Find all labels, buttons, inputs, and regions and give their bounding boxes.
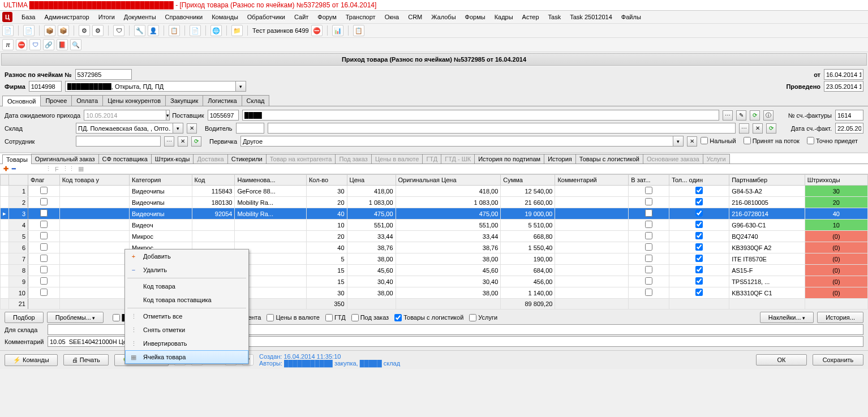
- menu-Task[interactable]: Task: [544, 12, 566, 22]
- toolbar-icon[interactable]: 🛡: [113, 25, 124, 36]
- problems-button[interactable]: Проблемы...: [47, 312, 104, 323]
- clear-icon[interactable]: ✕: [753, 123, 763, 134]
- info-icon[interactable]: ⓘ: [763, 110, 774, 121]
- toolbar-icon[interactable]: 📄: [23, 25, 35, 36]
- grid-tool-icon[interactable]: ⋮: [45, 165, 51, 173]
- menu-Команды[interactable]: Команды: [207, 12, 243, 22]
- bottom-checkbox[interactable]: Услуги: [469, 314, 497, 321]
- print-button[interactable]: 🖨 Печать: [63, 354, 109, 366]
- supplier-text-input[interactable]: [242, 110, 719, 121]
- menu-База[interactable]: База: [17, 12, 40, 22]
- table-row[interactable]: ▸3Видеочипы92054Mobility Ra...40475,0047…: [1, 208, 868, 220]
- clear-icon[interactable]: ✕: [687, 136, 697, 147]
- toolbar-icon[interactable]: 📁: [231, 25, 243, 36]
- menu-Жалобы[interactable]: Жалобы: [427, 12, 460, 22]
- tab-sub[interactable]: Товары с логистикой: [575, 154, 643, 164]
- table-row[interactable]: 5Микрос2033,4433,44668,80BQ24740(0): [1, 231, 868, 242]
- tab-main[interactable]: Закупщик: [165, 95, 203, 106]
- tab-sub[interactable]: Штрих-коды: [151, 154, 194, 164]
- pi-icon[interactable]: π: [2, 39, 14, 50]
- stop-icon[interactable]: ⛔: [16, 39, 27, 50]
- bottom-checkbox[interactable]: Цены в валюте: [267, 314, 320, 321]
- menu-Итоги[interactable]: Итоги: [94, 12, 119, 22]
- potok-checkbox[interactable]: Принят на поток: [744, 137, 800, 144]
- tab-main[interactable]: Оплата: [71, 95, 103, 106]
- ok-button[interactable]: ОК: [756, 354, 807, 366]
- grid-column-header[interactable]: Код: [192, 175, 235, 186]
- grid-tool-icon[interactable]: ⋮⋮: [62, 165, 75, 173]
- menu-Форум[interactable]: Форум: [313, 12, 341, 22]
- toolbar-icon[interactable]: 📊: [332, 25, 343, 36]
- menu-Формы[interactable]: Формы: [461, 12, 490, 22]
- shield-icon[interactable]: 🛡: [29, 39, 41, 50]
- tab-main[interactable]: Основной: [2, 96, 41, 106]
- toolbar-icon[interactable]: ⚙: [92, 25, 104, 36]
- ctx-item[interactable]: ⋮Инвертировать: [125, 337, 248, 350]
- toolbar-icon[interactable]: 📦: [58, 25, 69, 36]
- add-row-icon[interactable]: ✚: [3, 165, 8, 173]
- refresh-icon[interactable]: ⟳: [766, 123, 776, 134]
- toolbar-icon[interactable]: 👤: [148, 25, 159, 36]
- ellipsis-icon[interactable]: ⋯: [723, 110, 733, 121]
- bottom-checkbox[interactable]: Под заказ: [351, 314, 389, 321]
- history-button[interactable]: История...: [817, 312, 863, 323]
- stop-icon[interactable]: ⛔: [311, 25, 323, 36]
- menu-Обработчики[interactable]: Обработчики: [243, 12, 290, 22]
- table-row[interactable]: 1Видеочипы115843GeForce 88...30418,00418…: [1, 186, 868, 197]
- invoice-input[interactable]: [835, 110, 863, 121]
- dropdown-icon[interactable]: ▾: [173, 123, 183, 134]
- clear-icon[interactable]: ✕: [187, 123, 197, 134]
- grid-column-header[interactable]: Партнамбер: [729, 175, 805, 186]
- invoice-date-input[interactable]: [835, 123, 863, 134]
- tab-main[interactable]: Цены конкурентов: [102, 95, 166, 106]
- refresh-icon[interactable]: ⟳: [750, 110, 760, 121]
- grid-column-header[interactable]: Цена: [347, 175, 396, 186]
- firma-code-input[interactable]: [29, 81, 62, 92]
- grid-column-header[interactable]: Наименова...: [235, 175, 307, 186]
- toolbar-icon[interactable]: 📄: [190, 25, 201, 36]
- search-icon[interactable]: 🔍: [70, 39, 81, 50]
- save-button[interactable]: Сохранить: [813, 354, 863, 366]
- grid-column-header[interactable]: Сумма: [501, 175, 555, 186]
- driver-text-input[interactable]: [268, 123, 736, 134]
- menu-Task 25012014[interactable]: Task 25012014: [565, 12, 617, 22]
- link-icon[interactable]: 🔗: [43, 39, 54, 50]
- clear-icon[interactable]: ✕: [178, 136, 188, 147]
- bottom-checkbox[interactable]: ГТД: [325, 314, 346, 321]
- grid-column-header[interactable]: Флаг: [28, 175, 60, 186]
- tab-sub[interactable]: Оригинальный заказ: [31, 154, 99, 164]
- dropdown-icon[interactable]: ▾: [166, 110, 170, 121]
- grid-column-header[interactable]: [9, 175, 28, 186]
- bottom-checkbox[interactable]: Товары с логистикой: [394, 314, 463, 321]
- ellipsis-icon[interactable]: ⋯: [739, 123, 749, 134]
- tab-sub[interactable]: История: [544, 154, 576, 164]
- dropdown-icon[interactable]: ▾: [673, 136, 684, 147]
- menu-CRM[interactable]: CRM: [403, 12, 427, 22]
- ctx-item[interactable]: ⋮Отметить все: [125, 309, 248, 323]
- menu-Администратор[interactable]: Администратор: [40, 12, 93, 22]
- menu-Астер[interactable]: Астер: [518, 12, 544, 22]
- grid-column-header[interactable]: Комментарий: [555, 175, 629, 186]
- grid-column-header[interactable]: [1, 175, 9, 186]
- toolbar-icon[interactable]: ⚙: [79, 25, 90, 36]
- toolbar-icon[interactable]: 📋: [353, 25, 364, 36]
- tab-main[interactable]: Прочее: [40, 95, 72, 106]
- tochno-checkbox[interactable]: Точно приедет: [807, 137, 858, 144]
- grid-column-header[interactable]: Кол-во: [306, 175, 347, 186]
- grid-column-header[interactable]: Код товара у: [59, 175, 129, 186]
- supplier-code-input[interactable]: [208, 110, 239, 121]
- grid-column-header[interactable]: Тол... один: [669, 175, 729, 186]
- ctx-item[interactable]: ▦Ячейка товара: [125, 350, 248, 364]
- commands-button[interactable]: ⚡ Команды: [5, 354, 58, 366]
- grid-tool-icon[interactable]: F: [55, 166, 59, 173]
- toolbar-icon[interactable]: 📦: [44, 25, 55, 36]
- toolbar-icon[interactable]: 📄: [2, 25, 14, 36]
- primary-input[interactable]: [240, 136, 673, 147]
- tab-sub[interactable]: Товары: [2, 154, 32, 164]
- firma-text-input[interactable]: [65, 81, 236, 92]
- dropdown-icon[interactable]: ▾: [236, 81, 246, 92]
- ctx-item[interactable]: Код товара: [125, 280, 248, 293]
- menu-Файлы[interactable]: Файлы: [617, 12, 646, 22]
- employee-input[interactable]: [76, 136, 161, 147]
- ellipsis-icon[interactable]: ⋯: [164, 136, 174, 147]
